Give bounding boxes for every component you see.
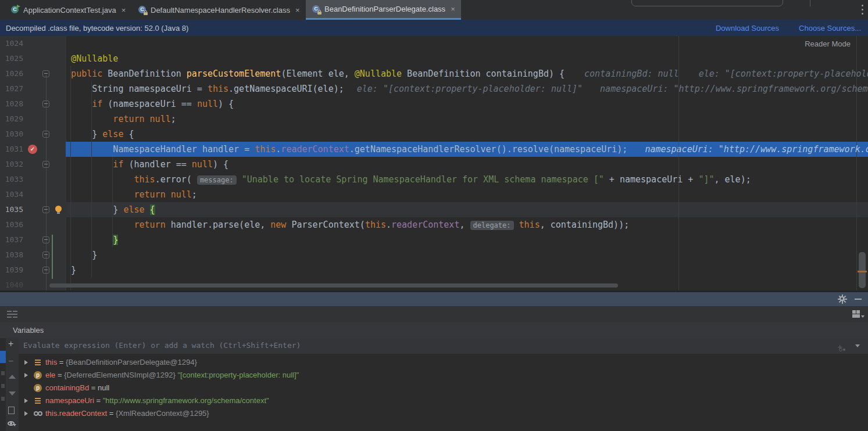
editor-tab-1[interactable]: CApplicationContextTest.java× [5, 0, 131, 20]
expand-chevron-icon[interactable] [24, 373, 28, 378]
fold-region-end-icon[interactable] [42, 267, 49, 274]
eye-options-caret-icon[interactable] [13, 424, 16, 426]
code-token: null [171, 189, 192, 200]
variable-row-namespaceUri[interactable]: namespaceUri = "http://www.springframewo… [19, 394, 868, 407]
fold-region-start-icon[interactable] [42, 70, 49, 77]
code-line-1038[interactable]: 1038 } [0, 247, 868, 263]
code-line-1027[interactable]: 1027 String namespaceUri = this.getNames… [0, 81, 868, 96]
duplicate-watch-button[interactable] [8, 407, 15, 414]
code-token: null [150, 114, 171, 124]
decompiled-class-icon: C [312, 5, 321, 14]
code-line-1033[interactable]: 1033 this.error( message: "Unable to loc… [0, 172, 868, 187]
breakpoint-verified-icon[interactable]: ✓ [28, 145, 37, 154]
settings-gear-icon[interactable] [838, 294, 847, 304]
expand-chevron-icon[interactable] [24, 411, 28, 416]
code-token: } [50, 265, 76, 275]
expand-chevron-icon[interactable] [24, 398, 28, 403]
code-token: , containingBd)); [540, 220, 630, 230]
choose-sources-link[interactable]: Choose Sources... [799, 24, 861, 33]
expand-chevron-icon[interactable] [24, 360, 28, 365]
horizontal-scrollbar-thumb[interactable] [49, 283, 618, 288]
move-watch-down-button[interactable] [9, 392, 16, 396]
code-token: BeanDefinition [102, 69, 187, 79]
code-line-1024[interactable]: 1024 [0, 36, 868, 51]
remove-watch-button[interactable]: − [8, 357, 13, 365]
hide-panel-icon[interactable] [855, 299, 862, 300]
variable-row-ele[interactable]: pele = {DeferredElementNSImpl@1292} "[co… [19, 369, 868, 382]
fold-region-start-icon[interactable] [42, 100, 49, 107]
code-line-1028[interactable]: 1028 if (namespaceUri == null) { [0, 96, 868, 112]
code-token: public [50, 69, 102, 79]
code-line-1031[interactable]: 1031✓ NamespaceHandler handler = this.re… [0, 142, 868, 157]
code-line-1029[interactable]: 1029 return null; [0, 112, 868, 127]
fold-region-start-icon[interactable] [42, 206, 49, 213]
tab-close-icon[interactable]: × [451, 5, 455, 13]
line-number: 1024 [0, 36, 23, 51]
code-text: this.error( message: "Unable to locate S… [50, 172, 751, 188]
code-line-1037[interactable]: 1037 } [0, 232, 868, 247]
move-watch-up-button[interactable] [9, 375, 16, 379]
code-line-1039[interactable]: 1039 } [0, 263, 868, 278]
parameter-icon: p [34, 371, 42, 379]
code-token: String namespaceUri = [50, 84, 208, 94]
editor-tab-2[interactable]: CDefaultNamespaceHandlerResolver.class× [132, 0, 305, 20]
layout-settings-caret-icon[interactable] [861, 315, 865, 318]
code-text: @Nullable [50, 51, 118, 66]
evaluate-expression-input[interactable]: Evaluate expression (Enter) or add a wat… [23, 341, 301, 350]
code-token: if [50, 99, 102, 109]
code-line-1036[interactable]: 1036 return handler.parse(ele, new Parse… [0, 217, 868, 232]
tab-label: ApplicationContextTest.java [23, 6, 116, 15]
code-token: parseCustomElement [187, 69, 281, 79]
download-sources-link[interactable]: Download Sources [716, 24, 779, 33]
tab-close-icon[interactable]: × [295, 6, 300, 14]
code-token: null [192, 159, 213, 170]
fold-region-end-icon[interactable] [42, 252, 49, 258]
code-line-1035[interactable]: 1035 } else { [0, 202, 868, 217]
fold-region-end-icon[interactable] [42, 131, 49, 138]
fold-region-start-icon[interactable] [42, 161, 49, 168]
code-line-1030[interactable]: 1030 } else { [0, 127, 868, 142]
variables-tab[interactable]: Variables [13, 326, 44, 335]
expression-history-caret-icon[interactable] [855, 344, 860, 347]
code-token: if [50, 159, 123, 170]
code-token [514, 220, 519, 230]
code-token [166, 189, 171, 200]
code-text: } [50, 263, 76, 278]
code-line-1025[interactable]: 1025 @Nullable [0, 51, 868, 66]
fold-region-end-icon[interactable] [42, 236, 49, 243]
frames-panel-sliver[interactable] [0, 338, 6, 431]
vertical-scrollbar-thumb[interactable] [859, 252, 866, 288]
line-number: 1026 [0, 66, 23, 81]
editor-tab-bar: CApplicationContextTest.java×CDefaultNam… [0, 0, 868, 20]
value-icon [34, 397, 42, 405]
code-line-1026[interactable]: 1026 public BeanDefinition parseCustomEl… [0, 66, 868, 81]
editor-tab-3[interactable]: CBeanDefinitionParserDelegate.class× [306, 0, 461, 20]
run-configuration-combo-partial[interactable] [631, 0, 783, 6]
code-token: new [270, 220, 286, 230]
line-background [66, 247, 868, 263]
more-options-kebab-icon[interactable] [861, 5, 863, 15]
variables-tree[interactable]: this = {BeanDefinitionParserDelegate@129… [19, 354, 868, 431]
code-token: (handler == [123, 159, 191, 170]
variables-tab-row: Variables [0, 322, 868, 339]
layout-settings-icon[interactable] [852, 310, 860, 318]
code-editor[interactable]: 10241025 @Nullable1026 public BeanDefini… [0, 36, 868, 290]
line-number: 1034 [0, 187, 23, 202]
variable-row-this-readerContext[interactable]: this.readerContext = {XmlReaderContext@1… [19, 407, 868, 420]
reader-mode-toggle[interactable]: Reader Mode [805, 39, 851, 48]
code-line-1034[interactable]: 1034 return null; [0, 187, 868, 202]
threads-frames-view-icon[interactable] [7, 311, 17, 318]
code-token: { [150, 204, 155, 215]
add-to-watches-icon[interactable]: + [837, 342, 842, 351]
code-line-1032[interactable]: 1032 if (handler == null) { [0, 157, 868, 172]
variable-row-containingBd[interactable]: pcontainingBd = null [19, 382, 868, 394]
tab-close-icon[interactable]: × [122, 6, 126, 14]
variable-row-this[interactable]: this = {BeanDefinitionParserDelegate@129… [19, 356, 868, 369]
tab-label: DefaultNamespaceHandlerResolver.class [151, 6, 290, 15]
add-watch-button[interactable]: + [8, 340, 13, 348]
line-number: 1027 [0, 81, 23, 96]
code-token: , [459, 220, 470, 230]
intention-bulb-icon[interactable] [55, 206, 62, 213]
code-token [237, 174, 242, 185]
code-token: , ele); [714, 174, 751, 185]
